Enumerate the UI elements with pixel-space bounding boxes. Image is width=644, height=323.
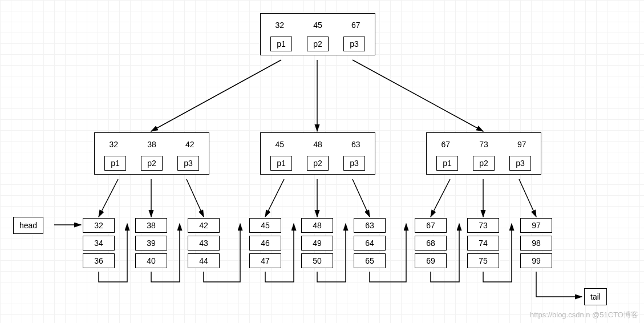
mid1-v0: 45 [261,133,299,156]
leaf-3: 45 46 47 [249,218,281,271]
mid-node-1: 45 48 63 p1 p2 p3 [260,132,375,175]
mid-node-2: 67 73 97 p1 p2 p3 [426,132,541,175]
leaf-7: 73 74 75 [467,218,499,271]
mid0-p2: p2 [141,156,163,171]
leaf-6: 67 68 69 [415,218,447,271]
leaf-5: 63 64 65 [354,218,386,271]
leaf5-1: 64 [354,236,386,251]
mid2-p2: p2 [473,156,495,171]
leaf5-0: 63 [354,218,386,233]
leaf4-1: 49 [301,236,333,251]
leaf1-1: 39 [135,236,167,251]
svg-line-6 [265,179,284,217]
leaf-4: 48 49 50 [301,218,333,271]
leaf3-0: 45 [249,218,281,233]
root-v1: 45 [299,14,337,37]
leaf7-0: 73 [467,218,499,233]
leaf-2: 42 43 44 [188,218,220,271]
tail-label: tail [584,288,607,305]
mid2-v2: 97 [503,133,541,156]
leaf0-1: 34 [83,236,115,251]
leaf0-0: 32 [83,218,115,233]
head-label: head [13,217,43,234]
leaf7-2: 75 [467,253,499,268]
leaf6-1: 68 [415,236,447,251]
leaf1-2: 40 [135,253,167,268]
mid1-p3: p3 [343,156,365,171]
mid1-v1: 48 [299,133,337,156]
mid1-p2: p2 [307,156,329,171]
leaf0-2: 36 [83,253,115,268]
mid1-p1: p1 [270,156,292,171]
mid2-v0: 67 [427,133,465,156]
svg-line-0 [151,60,281,131]
root-p2: p2 [307,37,329,51]
leaf5-2: 65 [354,253,386,268]
leaf6-2: 69 [415,253,447,268]
svg-line-11 [519,179,536,217]
svg-line-3 [99,179,118,217]
svg-line-2 [353,60,483,131]
leaf-1: 38 39 40 [135,218,167,271]
leaf1-0: 38 [135,218,167,233]
leaf8-2: 99 [520,253,552,268]
mid0-p3: p3 [177,156,199,171]
mid-node-0: 32 38 42 p1 p2 p3 [94,132,209,175]
svg-line-8 [353,179,370,217]
leaf4-2: 50 [301,253,333,268]
mid0-v2: 42 [171,133,209,156]
leaf7-1: 74 [467,236,499,251]
watermark: https://blog.csdn.n @51CTO博客 [530,310,638,320]
diagram-canvas: head tail 32 45 67 p1 p2 p3 32 38 42 p1 … [0,0,644,323]
leaf2-1: 43 [188,236,220,251]
mid1-v2: 63 [337,133,375,156]
root-node: 32 45 67 p1 p2 p3 [260,13,375,55]
leaf6-0: 67 [415,218,447,233]
leaf3-1: 46 [249,236,281,251]
root-values: 32 45 67 [261,14,375,37]
mid2-p3: p3 [509,156,531,171]
root-p1: p1 [270,37,292,51]
leaf8-0: 97 [520,218,552,233]
mid0-v1: 38 [133,133,171,156]
head-text: head [19,221,37,230]
leaf2-2: 44 [188,253,220,268]
root-v0: 32 [261,14,299,37]
tail-text: tail [590,292,601,301]
leaf4-0: 48 [301,218,333,233]
root-p3: p3 [343,37,365,51]
leaf8-1: 98 [520,236,552,251]
svg-line-5 [187,179,204,217]
mid2-p1: p1 [436,156,458,171]
leaf-0: 32 34 36 [83,218,115,271]
mid0-v0: 32 [95,133,133,156]
leaf2-0: 42 [188,218,220,233]
mid2-v1: 73 [465,133,503,156]
leaf3-2: 47 [249,253,281,268]
root-v2: 67 [337,14,375,37]
root-pointers: p1 p2 p3 [261,37,375,55]
mid0-p1: p1 [104,156,126,171]
svg-line-9 [431,179,450,217]
leaf-8: 97 98 99 [520,218,552,271]
